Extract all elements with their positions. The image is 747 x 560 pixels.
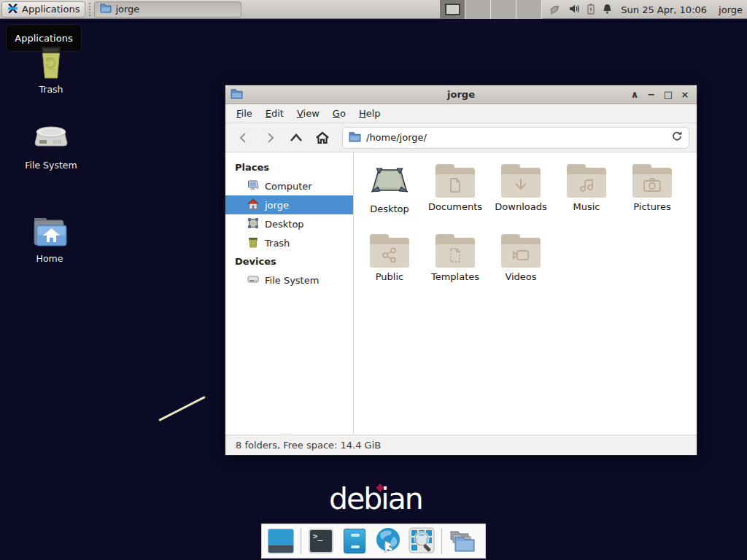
folders-stack-icon (448, 527, 476, 556)
system-tray (549, 0, 613, 19)
screen-artifact-line (158, 396, 206, 421)
folder-icon (501, 164, 541, 198)
tooltip-text: Applications (15, 33, 72, 44)
folder-item-pictures[interactable]: Pictures (619, 161, 685, 231)
folder-label: Templates (431, 271, 479, 282)
menu-help[interactable]: Help (352, 106, 387, 121)
trash-icon (34, 70, 68, 81)
statusbar: 8 folders, Free space: 14.4 GiB (225, 435, 697, 455)
menu-file[interactable]: File (230, 106, 259, 121)
sidebar-item-jorge[interactable]: jorge (225, 195, 353, 214)
workspace-switcher[interactable] (440, 0, 542, 19)
video-camera-icon (511, 248, 530, 265)
sidebar-item-filesystem[interactable]: File System (225, 271, 353, 289)
folder-icon (567, 164, 606, 198)
devices-header: Devices (225, 252, 353, 271)
document-glyph-icon (447, 176, 463, 196)
menu-go[interactable]: Go (326, 106, 352, 121)
applications-menu-button[interactable]: Applications (1, 1, 85, 18)
path-text[interactable]: /home/jorge/ (366, 132, 666, 143)
volume-icon[interactable] (568, 3, 580, 17)
up-button[interactable] (284, 127, 309, 149)
folder-item-documents[interactable]: Documents (422, 161, 488, 231)
maximize-button[interactable]: □ (662, 89, 674, 100)
clock[interactable]: Sun 25 Apr, 10:06 (621, 4, 707, 15)
folder-item-videos[interactable]: Videos (488, 231, 554, 301)
drive-icon (247, 273, 259, 287)
folder-view[interactable]: Desktop (354, 152, 697, 435)
folder-item-templates[interactable]: Templates (422, 231, 488, 301)
window-body: Places Computer (225, 152, 697, 435)
web-browser-launcher[interactable] (374, 527, 402, 555)
reload-button[interactable] (671, 131, 683, 144)
folder-icon (436, 234, 475, 268)
folder-label: Videos (505, 271, 536, 282)
terminal-icon: >_ (309, 529, 333, 553)
desktop-icon-trash[interactable]: Trash (11, 45, 91, 95)
sidebar-item-label: Trash (265, 238, 290, 249)
desktop-icon-home[interactable]: Home (9, 216, 90, 264)
menu-view[interactable]: View (290, 106, 326, 121)
app-finder-launcher[interactable] (408, 527, 436, 555)
forward-button[interactable] (258, 127, 282, 149)
battery-icon[interactable] (587, 3, 595, 17)
workspace-4[interactable] (516, 0, 542, 19)
window-folder-icon (231, 88, 243, 101)
user-menu[interactable]: jorge (719, 4, 743, 15)
home-folder-icon (31, 239, 68, 250)
terminal-launcher[interactable]: >_ (307, 527, 335, 555)
removable-media-icon[interactable] (549, 3, 562, 17)
folder-item-public[interactable]: Public (357, 231, 422, 301)
debian-logo: debian (329, 481, 419, 515)
directories-launcher[interactable] (448, 527, 476, 555)
folder-item-music[interactable]: Music (554, 161, 619, 231)
menu-edit[interactable]: Edit (259, 106, 290, 121)
folder-label: Public (376, 271, 403, 282)
folder-label: Music (573, 201, 600, 212)
folder-item-downloads[interactable]: Downloads (488, 161, 554, 231)
globe-browser-icon (374, 526, 402, 556)
home-icon (247, 198, 259, 212)
shade-button[interactable]: ∧ (629, 89, 640, 100)
computer-icon (247, 179, 259, 193)
back-button[interactable] (231, 127, 256, 149)
show-desktop-button[interactable] (267, 527, 295, 555)
workspace-3[interactable] (491, 0, 516, 19)
notifications-icon[interactable] (602, 3, 613, 17)
panel-drag-handle[interactable] (88, 2, 92, 17)
file-manager-launcher[interactable] (341, 527, 368, 555)
hard-drive-icon (34, 146, 69, 157)
sidebar-item-computer[interactable]: Computer (225, 176, 353, 195)
folder-icon (632, 164, 672, 198)
minimize-button[interactable]: − (646, 89, 657, 100)
location-bar[interactable]: /home/jorge/ (342, 127, 689, 149)
workspace-2[interactable] (465, 0, 491, 19)
music-notes-icon (578, 176, 595, 196)
titlebar[interactable]: jorge ∧ − □ × (225, 85, 697, 104)
window-title: jorge (225, 89, 697, 100)
close-button[interactable]: × (679, 89, 691, 100)
show-desktop-icon (268, 529, 294, 553)
sidebar-item-desktop[interactable]: Desktop (225, 214, 353, 233)
app-finder-icon (408, 526, 436, 556)
sidebar: Places Computer (225, 152, 354, 435)
workspace-1[interactable] (440, 0, 465, 19)
sidebar-item-label: jorge (265, 200, 289, 211)
folder-label: Desktop (370, 203, 409, 214)
folder-label: Pictures (633, 201, 670, 212)
taskbar-window-button[interactable]: jorge (94, 1, 241, 18)
sidebar-item-label: File System (265, 275, 319, 286)
desktop-icon-filesystem[interactable]: File System (11, 124, 91, 171)
sidebar-item-label: Computer (265, 181, 312, 192)
folder-item-desktop[interactable]: Desktop (357, 161, 422, 231)
desktop-icon (247, 217, 259, 231)
folder-icon (501, 234, 541, 268)
statusbar-text: 8 folders, Free space: 14.4 GiB (236, 440, 381, 451)
sidebar-item-trash[interactable]: Trash (225, 233, 353, 252)
folder-icon (436, 164, 475, 198)
panel-right: Sun 25 Apr, 10:06 jorge (621, 0, 743, 19)
home-button[interactable] (310, 127, 335, 149)
toolbar: /home/jorge/ (225, 123, 697, 152)
dock-separator (441, 528, 442, 554)
template-document-icon (447, 246, 463, 266)
